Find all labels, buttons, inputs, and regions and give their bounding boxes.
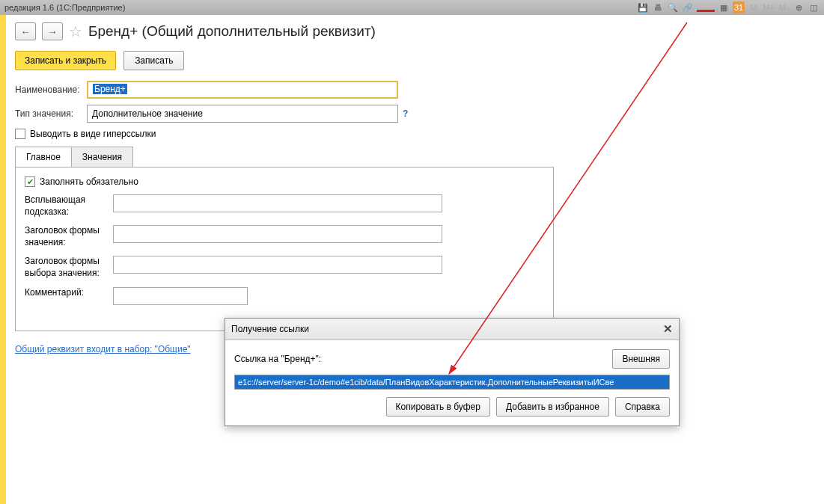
comment-label: Комментарий: [25, 287, 113, 299]
left-accent [0, 15, 6, 504]
zoom-icon[interactable]: ⊕ [793, 1, 805, 13]
close-icon[interactable]: ✕ [663, 322, 673, 336]
star-icon[interactable]: ☆ [69, 22, 82, 40]
hyperlink-checkbox[interactable] [15, 129, 25, 139]
choice-header-input[interactable] [113, 256, 442, 274]
link-icon[interactable]: 🔗 [682, 1, 694, 13]
titlebar-icons: 💾 🖶 🔍 🔗 ▦ 31 M M+ M- ⊕ ◫ [637, 1, 820, 13]
external-button[interactable]: Внешняя [612, 349, 670, 369]
get-link-dialog: Получение ссылки ✕ Ссылка на "Бренд+": В… [225, 318, 680, 426]
get-link-icon[interactable] [697, 0, 715, 12]
save-close-button[interactable]: Записать и закрыть [15, 51, 116, 70]
link-field[interactable]: e1c://server/server-1c/demo#e1cib/data/П… [234, 375, 670, 390]
calc-icon[interactable]: ▦ [718, 1, 730, 13]
calendar-icon[interactable]: 31 [733, 1, 745, 13]
help-icon[interactable]: ? [403, 108, 408, 119]
panels-icon[interactable]: ◫ [808, 1, 820, 13]
help-button[interactable]: Справка [615, 397, 670, 417]
print-icon[interactable]: 🖶 [652, 1, 664, 13]
required-label: Заполнять обязательно [40, 176, 138, 187]
type-label: Тип значения: [15, 108, 87, 119]
tooltip-label: Всплывающая подсказка: [25, 194, 113, 218]
choice-header-label: Заголовок формы выбора значения: [25, 256, 113, 279]
tooltip-input[interactable] [113, 194, 442, 212]
form-header-label: Заголовок формы значения: [25, 225, 113, 248]
tab-values[interactable]: Значения [71, 147, 133, 168]
hyperlink-label: Выводить в виде гиперссылки [30, 129, 156, 139]
m-icon[interactable]: M [748, 1, 760, 13]
set-link[interactable]: Общий реквизит входит в набор: "Общие" [15, 344, 191, 354]
favorite-button[interactable]: Добавить в избранное [496, 397, 609, 417]
form-header-input[interactable] [113, 225, 442, 243]
mplus-icon[interactable]: M+ [763, 1, 775, 13]
type-input[interactable] [87, 105, 398, 123]
name-label: Наименование: [15, 84, 87, 95]
forward-button[interactable]: → [42, 22, 63, 40]
copy-button[interactable]: Копировать в буфер [386, 397, 490, 417]
tab-body: ✔ Заполнять обязательно Всплывающая подс… [15, 167, 554, 331]
save-icon[interactable]: 💾 [637, 1, 649, 13]
page-title: Бренд+ (Общий дополнительный реквизит) [88, 23, 376, 40]
mminus-icon[interactable]: M- [778, 1, 790, 13]
app-title: редакция 1.6 (1С:Предприятие) [4, 3, 125, 12]
comment-input[interactable] [113, 287, 248, 305]
required-checkbox[interactable]: ✔ [25, 176, 35, 187]
dialog-label: Ссылка на "Бренд+": [234, 354, 321, 364]
name-input[interactable]: Бренд+ [87, 81, 398, 99]
preview-icon[interactable]: 🔍 [667, 1, 679, 13]
dialog-title: Получение ссылки [231, 324, 309, 334]
back-button[interactable]: ← [15, 22, 36, 40]
save-button[interactable]: Записать [123, 51, 184, 70]
tab-main[interactable]: Главное [15, 147, 72, 168]
